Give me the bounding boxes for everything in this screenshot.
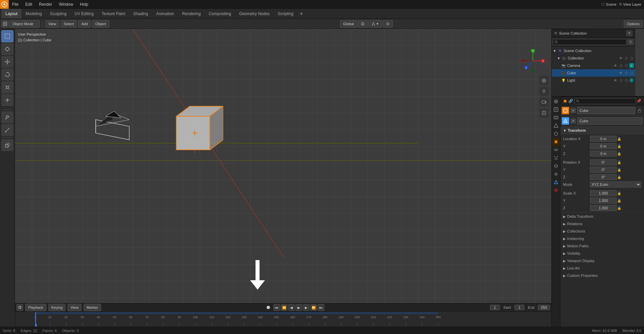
tab-geometry-nodes[interactable]: Geometry Nodes — [235, 9, 274, 18]
rotation-y-lock[interactable]: 🔒 — [617, 167, 622, 172]
transform-tool-btn[interactable] — [1, 94, 13, 106]
location-y-input[interactable] — [590, 143, 617, 149]
location-z-input[interactable] — [590, 151, 617, 157]
view-layer-icon[interactable] — [552, 114, 560, 121]
keying-menu[interactable]: Keying — [48, 304, 66, 311]
tab-modeling[interactable]: Modeling — [21, 9, 46, 18]
cube-render-icon[interactable]: ⬡ — [624, 71, 629, 75]
scale-tool-btn[interactable] — [1, 81, 13, 93]
properties-pin-btn[interactable]: 📌 — [637, 99, 641, 103]
motion-paths-section[interactable]: ▶ Motion Paths — [560, 242, 644, 250]
menu-file[interactable]: File — [9, 0, 22, 8]
scale-z-lock[interactable]: 🔒 — [617, 206, 622, 210]
move-tool-btn[interactable] — [1, 56, 13, 68]
step-back-btn[interactable]: ◀ — [288, 304, 295, 311]
zoom-in-btn[interactable] — [539, 76, 549, 85]
collection-select-icon[interactable]: ⬡ — [629, 56, 634, 60]
physics-props-icon[interactable] — [552, 162, 560, 170]
rotation-mode-select[interactable]: XYZ Euler — [590, 181, 641, 187]
object-props-icon[interactable] — [552, 138, 560, 145]
add-cube-tool-btn[interactable] — [1, 139, 13, 151]
menu-render[interactable]: Render — [36, 0, 55, 8]
relations-section[interactable]: ▶ Relations — [560, 220, 644, 227]
rotation-y-input[interactable] — [590, 167, 617, 173]
collections-section[interactable]: ▶ Collections — [560, 227, 644, 235]
scale-z-input[interactable] — [590, 205, 617, 211]
select-menu[interactable]: Select — [61, 20, 77, 28]
end-frame[interactable]: 250 — [538, 305, 550, 310]
marker-menu[interactable]: Marker — [84, 304, 101, 311]
rotate-tool-btn[interactable] — [1, 69, 13, 81]
scene-props-icon[interactable] — [552, 122, 560, 129]
cube-select-icon[interactable]: ⬡ — [629, 71, 634, 75]
scale-x-lock[interactable]: 🔒 — [617, 191, 622, 196]
tab-uv-editing[interactable]: UV Editing — [71, 9, 98, 18]
camera-eye-icon[interactable]: 👁 — [613, 63, 618, 68]
orthographic-btn[interactable] — [539, 108, 549, 118]
line-art-section[interactable]: ▶ Line Art — [560, 264, 644, 272]
outliner-cube[interactable]: ⬛ Cube 👁 ⬡ ⬡ — [552, 69, 635, 77]
location-x-input[interactable] — [590, 136, 617, 142]
outliner-light[interactable]: 💡 Light 👁 ⬡ ⬡ ? — [552, 77, 635, 84]
proportional-btn[interactable] — [383, 20, 393, 28]
scale-y-input[interactable] — [590, 198, 617, 204]
world-props-icon[interactable] — [552, 130, 560, 137]
outliner-filter-btn[interactable]: ▼ — [626, 30, 633, 36]
material-props-icon[interactable] — [552, 186, 560, 194]
viewport-display-section[interactable]: ▶ Viewport Display — [560, 257, 644, 264]
playback-menu[interactable]: Playback — [25, 304, 46, 311]
collection-render-icon[interactable]: ⬡ — [624, 56, 629, 60]
scale-x-input[interactable] — [590, 190, 617, 196]
tab-rendering[interactable]: Rendering — [178, 9, 204, 18]
select-tool-btn[interactable] — [1, 30, 13, 42]
rotation-z-lock[interactable]: 🔒 — [617, 175, 622, 179]
current-frame[interactable]: 1 — [490, 305, 500, 310]
location-z-lock[interactable]: 🔒 — [617, 151, 622, 156]
add-workspace-button[interactable]: + — [297, 10, 306, 18]
transform-global-dropdown[interactable]: Global — [340, 20, 357, 28]
particle-props-icon[interactable] — [552, 154, 560, 162]
outliner-search[interactable] — [553, 39, 627, 45]
output-props-icon[interactable] — [552, 106, 560, 113]
timeline-ruler[interactable]: 1102030405060708090100110120130140150160… — [15, 312, 551, 327]
tab-animation[interactable]: Animation — [152, 9, 178, 18]
view-menu[interactable]: View — [45, 20, 59, 28]
properties-search-box[interactable] — [574, 98, 636, 104]
transform-pivot[interactable] — [358, 20, 368, 28]
collection-eye-icon[interactable]: 👁 — [618, 56, 623, 60]
cube-eye-icon[interactable]: 👁 — [618, 71, 623, 75]
mode-icon-btn[interactable] — [1, 20, 9, 28]
viewport-3d[interactable]: User Perspective (1) Collection | Cube Y… — [15, 29, 551, 303]
outliner-camera[interactable]: 📷 Camera 👁 ⬡ ⬡ C — [552, 62, 635, 69]
data-props-icon[interactable] — [552, 178, 560, 186]
delta-transform-section[interactable]: ▶ Delta Transform — [560, 213, 644, 220]
visibility-section[interactable]: ▶ Visibility — [560, 250, 644, 257]
jump-end-btn[interactable]: ⏭ — [318, 304, 324, 311]
menu-window[interactable]: Window — [55, 0, 77, 8]
rotation-z-input[interactable] — [590, 174, 617, 180]
rotation-x-lock[interactable]: 🔒 — [617, 160, 622, 165]
object-name-input[interactable] — [577, 107, 635, 114]
timeline-mode-icon[interactable] — [16, 304, 23, 311]
light-select-icon[interactable]: ⬡ — [624, 78, 629, 83]
snap-btn[interactable]: ▼ — [368, 20, 382, 28]
custom-properties-section[interactable]: ▶ Custom Properties — [560, 272, 644, 279]
grab-btn[interactable] — [539, 87, 549, 96]
light-render-icon[interactable]: ⬡ — [618, 78, 623, 83]
tab-texture-paint[interactable]: Texture Paint — [98, 9, 129, 18]
measure-tool-btn[interactable] — [1, 124, 13, 136]
data-name-input[interactable] — [577, 117, 643, 125]
annotate-tool-btn[interactable] — [1, 111, 13, 123]
render-props-icon[interactable] — [552, 98, 560, 105]
viewport-gizmo[interactable]: Y X Z — [521, 49, 545, 74]
outliner-collection[interactable]: ▼ ⬡ Collection 👁 ⬡ ⬡ — [552, 54, 635, 62]
jump-prev-keyframe-btn[interactable]: ⏪ — [281, 304, 287, 311]
add-menu[interactable]: Add — [78, 20, 91, 28]
options-btn[interactable]: Options — [624, 20, 643, 28]
scale-y-lock[interactable]: 🔒 — [617, 198, 622, 203]
tab-scripting[interactable]: Scripting — [274, 9, 297, 18]
step-forward-btn[interactable]: ▶ — [303, 304, 310, 311]
timeline-view-menu[interactable]: View — [67, 304, 82, 311]
menu-help[interactable]: Help — [77, 0, 92, 8]
camera-render-icon[interactable]: ⬡ — [618, 63, 623, 68]
